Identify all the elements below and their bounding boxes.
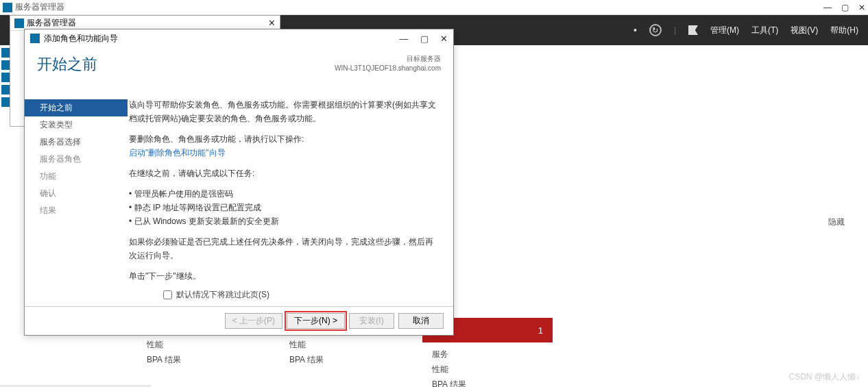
content-p5: 单击"下一步"继续。 xyxy=(129,269,439,283)
wizard-dialog: 添加角色和功能向导 — ▢ ✕ 开始之前 目标服务器 WIN-L3T1QJEOF… xyxy=(24,29,454,336)
outer-min-button[interactable]: — xyxy=(823,3,832,12)
outer-max-button[interactable]: ▢ xyxy=(841,3,849,12)
outer-title: 服务器管理器 xyxy=(15,1,64,13)
nav-before-you-begin[interactable]: 开始之前 xyxy=(25,99,128,116)
nav-installation-type[interactable]: 安装类型 xyxy=(25,116,128,134)
wizard-footer: < 上一步(P) 下一步(N) > 安装(I) 取消 xyxy=(25,306,453,335)
outer-close-button[interactable]: ✕ xyxy=(858,3,865,12)
watermark: CSDN @懒人人懒↓ xyxy=(788,371,860,383)
nav-results: 结果 xyxy=(25,202,128,219)
wizard-titlebar: 添加角色和功能向导 — ▢ ✕ xyxy=(25,29,453,47)
prereq-item: 静态 IP 地址等网络设置已配置完成 xyxy=(129,201,439,214)
menu-help[interactable]: 帮助(H) xyxy=(830,25,858,36)
app-icon xyxy=(3,3,12,12)
tile-row[interactable]: 性能 xyxy=(147,337,258,352)
content-p4: 如果你必须验证是否已完成上述任何先决条件，请关闭向导，完成这些步骤，然后再次运行… xyxy=(129,235,439,262)
prereq-item: 已从 Windows 更新安装最新的安全更新 xyxy=(129,214,439,228)
menu-manage[interactable]: 管理(M) xyxy=(710,25,739,36)
nav-server-selection[interactable]: 服务器选择 xyxy=(25,134,128,151)
menu-tools[interactable]: 工具(T) xyxy=(751,25,778,36)
parent-close-button[interactable]: ✕ xyxy=(268,18,276,28)
wizard-content: 该向导可帮助你安装角色、角色服务或功能。你需要根据组织的计算要求(例如共享文档或… xyxy=(128,95,453,306)
nav-confirm: 确认 xyxy=(25,185,128,202)
bullet-icon: • xyxy=(634,25,637,36)
install-button: 安装(I) xyxy=(349,313,394,329)
skip-checkbox-label[interactable]: 默认情况下将跳过此页(S) xyxy=(163,289,269,301)
skip-checkbox[interactable] xyxy=(163,290,172,299)
wizard-title: 添加角色和功能向导 xyxy=(44,33,118,45)
prev-button: < 上一步(P) xyxy=(225,313,282,329)
content-p2: 要删除角色、角色服务或功能，请执行以下操作: xyxy=(129,132,439,146)
app-icon xyxy=(14,18,24,28)
wizard-max-button[interactable]: ▢ xyxy=(420,34,429,44)
separator: | xyxy=(674,25,676,35)
cancel-button[interactable]: 取消 xyxy=(398,313,444,329)
tile-row[interactable]: 性能 xyxy=(289,337,400,352)
wizard-heading: 开始之前 xyxy=(37,54,97,75)
wizard-icon xyxy=(30,34,40,43)
content-p1: 该向导可帮助你安装角色、角色服务或功能。你需要根据组织的计算要求(例如共享文档或… xyxy=(129,98,439,125)
skip-label-text: 默认情况下将跳过此页(S) xyxy=(176,289,269,301)
refresh-icon[interactable] xyxy=(649,24,662,36)
wizard-header: 开始之前 目标服务器 WIN-L3T1QJEOF18.shanghai.com xyxy=(25,47,453,95)
target-server-value: WIN-L3T1QJEOF18.shanghai.com xyxy=(335,64,441,73)
tile-row[interactable]: 服务 xyxy=(432,347,543,362)
outer-titlebar: 服务器管理器 — ▢ ✕ xyxy=(0,0,868,15)
next-button[interactable]: 下一步(N) > xyxy=(287,313,345,329)
tile-head-count: 1 xyxy=(538,325,543,336)
tile-row[interactable]: BPA 结果 xyxy=(147,352,258,367)
remove-roles-link[interactable]: 启动"删除角色和功能"向导 xyxy=(129,148,226,158)
nav-server-roles: 服务器角色 xyxy=(25,151,128,168)
tile-row[interactable]: BPA 结果 xyxy=(289,352,400,367)
tile-row[interactable]: 性能 xyxy=(432,362,543,377)
content-p3: 在继续之前，请确认完成以下任务: xyxy=(129,166,439,180)
wizard-min-button[interactable]: — xyxy=(399,34,408,44)
prereq-item: 管理员帐户使用的是强密码 xyxy=(129,187,439,201)
menu-view[interactable]: 视图(V) xyxy=(791,25,818,36)
hide-link[interactable]: 隐藏 xyxy=(828,216,845,228)
nav-features: 功能 xyxy=(25,168,128,185)
wizard-nav: 开始之前 安装类型 服务器选择 服务器角色 功能 确认 结果 xyxy=(25,95,128,306)
tile-row[interactable]: BPA 结果 xyxy=(432,377,543,387)
parent-window-title: 服务器管理器 xyxy=(27,17,76,29)
wizard-close-button[interactable]: ✕ xyxy=(440,34,448,44)
target-server-label: 目标服务器 xyxy=(335,54,441,64)
prereq-list: 管理员帐户使用的是强密码 静态 IP 地址等网络设置已配置完成 已从 Windo… xyxy=(129,187,439,228)
flag-icon[interactable] xyxy=(688,25,698,35)
